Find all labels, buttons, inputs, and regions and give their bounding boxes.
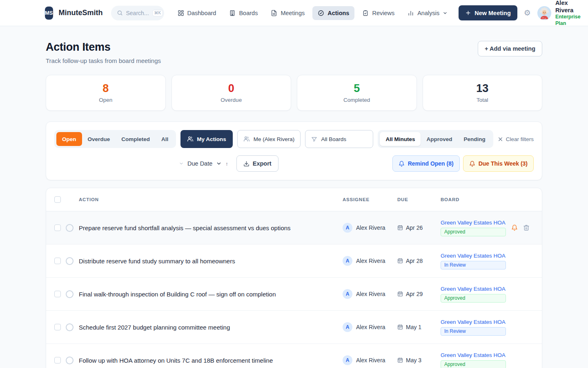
column-header-action: Action [79, 197, 343, 202]
due-cell: May 3 [397, 357, 441, 364]
assignee-name: Alex Rivera [356, 224, 385, 231]
nav-item-dashboard[interactable]: Dashboard [172, 6, 222, 20]
app-logo: MS [45, 7, 53, 20]
table-row: Follow up with HOA attorney on Units 7C … [46, 344, 542, 368]
stat-overdue-label: Overdue [220, 97, 242, 103]
board-filter[interactable]: All Boards [305, 130, 373, 148]
sort-field-label: Due Date [187, 160, 212, 167]
status-tab-completed[interactable]: Completed [116, 132, 156, 146]
sort-direction-arrow-icon[interactable]: ↑ [225, 161, 228, 167]
board-filter-value: All Boards [321, 136, 346, 142]
assignee-cell: A Alex Rivera [343, 355, 397, 365]
export-button[interactable]: Export [236, 155, 278, 172]
stat-total-label: Total [477, 97, 488, 103]
board-link[interactable]: Green Valley Estates HOA [441, 352, 511, 358]
funnel-icon [311, 136, 317, 142]
board-link[interactable]: Green Valley Estates HOA [441, 319, 511, 325]
calendar-icon [397, 225, 403, 231]
remind-open-button[interactable]: Remind Open (8) [392, 155, 460, 172]
new-meeting-button[interactable]: New Meeting [459, 5, 517, 20]
sort-control[interactable]: Due Date ↑ [179, 160, 228, 167]
avatar [537, 6, 551, 20]
row-checkbox[interactable] [54, 258, 61, 264]
assignee-name: Alex Rivera [356, 291, 385, 297]
delete-trash-icon[interactable] [523, 224, 530, 231]
mark-complete-toggle[interactable] [66, 290, 74, 298]
due-this-week-label: Due This Week (3) [479, 160, 528, 167]
row-checkbox[interactable] [54, 357, 61, 364]
minutes-filter-segmented: All Minutes Approved Pending [378, 130, 493, 148]
mark-complete-toggle[interactable] [66, 257, 74, 265]
export-label: Export [253, 160, 272, 167]
assignee-filter[interactable]: Me (Alex Rivera) [237, 130, 301, 148]
nav-item-boards[interactable]: Boards [224, 6, 263, 20]
nav-item-reviews[interactable]: Reviews [357, 6, 400, 20]
minutes-tab-approved[interactable]: Approved [421, 132, 458, 146]
minutes-tab-all[interactable]: All Minutes [380, 132, 421, 146]
user-plan-badge: Enterprise Plan [555, 14, 581, 27]
board-link[interactable]: Green Valley Estates HOA [441, 253, 511, 259]
select-all-checkbox[interactable] [54, 196, 61, 203]
stat-overdue-value: 0 [228, 83, 234, 94]
status-tab-overdue[interactable]: Overdue [82, 132, 116, 146]
users-icon [243, 136, 250, 142]
assignee-avatar: A [343, 256, 352, 266]
user-menu[interactable]: Alex Rivera Enterprise Plan [537, 0, 581, 27]
nav-item-analysis[interactable]: Analysis [402, 6, 453, 20]
nav-item-actions[interactable]: Actions [312, 6, 354, 20]
minutes-tab-pending[interactable]: Pending [458, 132, 491, 146]
due-this-week-button[interactable]: Due This Week (3) [463, 155, 534, 172]
primary-nav: Dashboard Boards Meetings Actions Review… [172, 6, 453, 20]
nav-item-meetings[interactable]: Meetings [265, 6, 310, 20]
stat-total-value: 13 [476, 83, 488, 94]
my-actions-button[interactable]: My Actions [180, 130, 233, 148]
assignee-name: Alex Rivera [356, 258, 385, 264]
nav-label: Dashboard [187, 10, 216, 16]
column-header-due: Due [397, 197, 441, 202]
filter-panel: Open Overdue Completed All My Actions Me… [46, 121, 542, 180]
row-checkbox[interactable] [54, 324, 61, 330]
top-navbar: MS MinuteSmith Search... ⌘K Dashboard Bo… [0, 0, 588, 26]
add-via-meeting-button[interactable]: + Add via meeting [478, 41, 542, 56]
mark-complete-toggle[interactable] [66, 357, 74, 364]
page-title: Action Items [46, 41, 161, 54]
status-tab-all[interactable]: All [156, 132, 174, 146]
status-badge: In Review [441, 261, 506, 269]
board-cell: Green Valley Estates HOA Approved [441, 286, 511, 303]
clear-filters-button[interactable]: Clear filters [498, 136, 534, 142]
assignee-avatar: A [343, 322, 352, 332]
clipboard-check-icon [362, 10, 369, 16]
stat-completed-value: 5 [354, 83, 360, 94]
due-date: May 1 [406, 324, 421, 330]
assignee-cell: A Alex Rivera [343, 223, 397, 233]
assignee-cell: A Alex Rivera [343, 256, 397, 266]
row-checkbox[interactable] [54, 224, 61, 231]
mark-complete-toggle[interactable] [66, 323, 74, 331]
action-title: Prepare reserve fund shortfall analysis … [79, 224, 343, 231]
bell-icon [399, 161, 405, 167]
action-title: Follow up with HOA attorney on Units 7C … [79, 357, 343, 364]
stat-card-total: 13 Total [423, 75, 543, 111]
remind-bell-icon[interactable] [511, 224, 518, 231]
board-link[interactable]: Green Valley Estates HOA [441, 286, 511, 292]
mark-complete-toggle[interactable] [66, 224, 74, 232]
dashboard-icon [178, 10, 184, 16]
settings-gear-icon[interactable]: ⚙ [524, 9, 531, 17]
board-link[interactable]: Green Valley Estates HOA [441, 220, 511, 226]
due-date: Apr 26 [406, 224, 423, 231]
assignee-name: Alex Rivera [356, 357, 385, 364]
table-row: Prepare reserve fund shortfall analysis … [46, 211, 542, 245]
search-shortcut-badge: ⌘K [152, 10, 163, 16]
board-cell: Green Valley Estates HOA Approved [441, 352, 511, 368]
document-icon [271, 10, 277, 16]
table-row: Final walk-through inspection of Buildin… [46, 278, 542, 311]
search-placeholder: Search... [126, 10, 149, 16]
row-checkbox[interactable] [54, 291, 61, 297]
status-tab-open[interactable]: Open [56, 132, 82, 146]
stat-card-overdue: 0 Overdue [172, 75, 292, 111]
stat-open-label: Open [99, 97, 112, 103]
search-input[interactable]: Search... ⌘K [111, 6, 164, 20]
page-subtitle: Track follow-up tasks from board meeting… [46, 57, 161, 64]
board-cell: Green Valley Estates HOA In Review [441, 253, 511, 269]
user-meta: Alex Rivera Enterprise Plan [555, 0, 581, 27]
